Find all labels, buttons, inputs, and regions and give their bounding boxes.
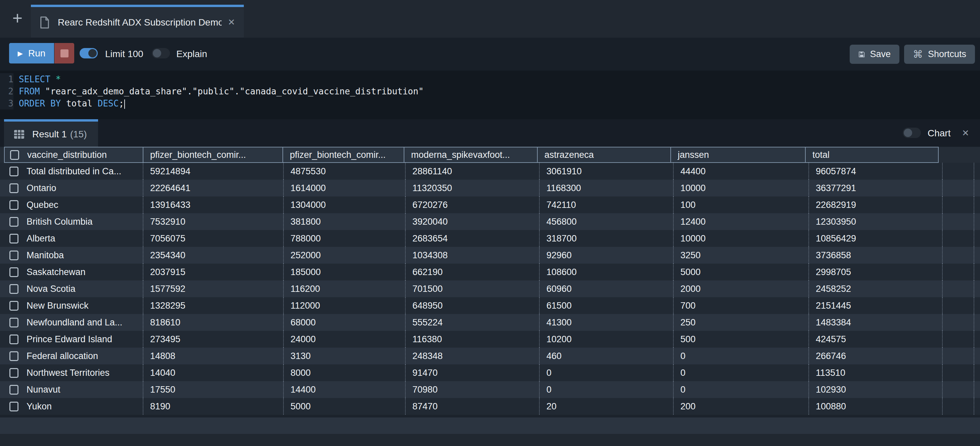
table-row[interactable]: Yukon819050008747020200100880 — [0, 398, 980, 415]
table-cell: 22682919 — [809, 196, 943, 213]
cell-value: 3920040 — [412, 217, 448, 227]
cell-value: 4875530 — [291, 166, 326, 177]
table-row[interactable]: Ontario222646411614000113203501168300100… — [0, 180, 980, 196]
table-row[interactable]: Manitoba23543402520001034308929603250373… — [0, 247, 980, 264]
row-checkbox[interactable] — [10, 284, 19, 294]
row-checkbox[interactable] — [10, 200, 19, 210]
table-cell: 60960 — [540, 280, 674, 297]
column-header-moderna-spikevaxfoot[interactable]: moderna_spikevaxfoot... — [404, 147, 538, 163]
column-header-pfizer-biontech-comir[interactable]: pfizer_biontech_comir... — [143, 147, 283, 163]
cell-value: 266746 — [816, 351, 846, 362]
table-row[interactable]: Total distributed in Ca...59214894487553… — [0, 163, 980, 180]
row-checkbox[interactable] — [10, 368, 19, 378]
table-cell: 14400 — [284, 381, 406, 398]
row-checkbox[interactable] — [10, 334, 19, 344]
column-header-vaccine-distribution[interactable]: vaccine_distribution — [4, 147, 143, 163]
run-label: Run — [28, 48, 45, 59]
table-cell: 5000 — [284, 398, 406, 415]
result-tab[interactable]: Result 1 (15) — [4, 119, 98, 147]
table-cell: 112000 — [284, 297, 406, 314]
row-checkbox[interactable] — [10, 250, 19, 260]
table-row[interactable]: Nova Scotia15775921162007015006096020002… — [0, 280, 980, 297]
document-icon — [40, 16, 50, 29]
cell-value: 742110 — [546, 200, 576, 210]
column-header-total[interactable]: total — [805, 147, 939, 163]
table-cell: 22264641 — [143, 180, 284, 196]
results-close-icon[interactable]: ✕ — [962, 128, 969, 139]
stop-button[interactable] — [54, 43, 74, 64]
column-header-pfizer-biontech-comir[interactable]: pfizer_biontech_comir... — [282, 147, 404, 163]
column-header-label: astrazeneca — [544, 150, 594, 160]
table-row[interactable]: Newfoundland and La...818610680005552244… — [0, 314, 980, 331]
results-tab-bar: Result 1 (15) Chart ✕ — [0, 119, 980, 147]
row-checkbox[interactable] — [10, 402, 19, 411]
row-checkbox[interactable] — [10, 167, 19, 176]
table-cell: Nunavut — [0, 381, 143, 398]
table-row[interactable]: Northwest Territories1404080009147000113… — [0, 365, 980, 381]
row-checkbox[interactable] — [10, 385, 19, 395]
column-header-janssen[interactable]: janssen — [670, 147, 806, 163]
limit-toggle[interactable] — [80, 48, 98, 59]
empty-cell — [943, 213, 974, 230]
table-row[interactable]: New Brunswick132829511200064895061500700… — [0, 297, 980, 314]
table-cell: 0 — [674, 365, 809, 381]
table-cell: Yukon — [0, 398, 143, 415]
tab-close-icon[interactable]: ✕ — [228, 17, 235, 27]
table-row[interactable]: Saskatchewan2037915185000662190108600500… — [0, 264, 980, 280]
cell-value: 1168300 — [546, 183, 581, 193]
sql-editor[interactable]: 1SELECT *2FROM "rearc_adx_demo_data_shar… — [0, 70, 980, 119]
table-row[interactable]: Alberta705607578800026836543187001000010… — [0, 230, 980, 247]
shortcuts-button[interactable]: ⌘ Shortcuts — [904, 45, 975, 64]
cell-value: 10856429 — [816, 233, 856, 244]
save-icon — [858, 50, 865, 59]
table-cell: 788000 — [284, 230, 406, 247]
table-cell: 2458252 — [809, 280, 943, 297]
row-checkbox[interactable] — [10, 267, 19, 277]
table-cell: 0 — [540, 381, 674, 398]
cell-value: 12400 — [681, 217, 706, 227]
table-row[interactable]: Nunavut17550144007098000102930 — [0, 381, 980, 398]
line-number: 2 — [0, 85, 13, 97]
table-row[interactable]: British Columbia753291038180039200404568… — [0, 213, 980, 230]
table-cell: 92960 — [540, 247, 674, 264]
result-tab-count: (15) — [70, 129, 87, 140]
row-checkbox[interactable] — [10, 318, 19, 327]
table-cell: 0 — [540, 365, 674, 381]
horizontal-scrollbar[interactable] — [0, 417, 980, 434]
results-grid: vaccine_distributionpfizer_biontech_comi… — [0, 147, 980, 434]
select-all-checkbox[interactable] — [10, 150, 19, 160]
row-checkbox[interactable] — [10, 301, 19, 311]
row-label: Federal allocation — [27, 351, 98, 362]
line-number: 1 — [0, 73, 13, 85]
row-checkbox[interactable] — [10, 217, 19, 227]
cell-value: 17550 — [150, 384, 175, 395]
new-tab-button[interactable]: + — [9, 10, 26, 27]
save-button[interactable]: Save — [850, 45, 899, 64]
column-header-astrazeneca[interactable]: astrazeneca — [537, 147, 671, 163]
row-checkbox[interactable] — [10, 234, 19, 244]
table-row[interactable]: Quebec1391643313040006720276742110100226… — [0, 196, 980, 213]
editor-tab[interactable]: Rearc Redshift ADX Subscription Demo* ✕ — [31, 5, 244, 38]
cell-value: 252000 — [291, 250, 321, 261]
table-row[interactable]: Prince Edward Island27349524000116380102… — [0, 331, 980, 347]
chart-toggle[interactable] — [903, 127, 921, 138]
cell-value: 2458252 — [816, 284, 851, 294]
table-row[interactable]: Federal allocation1480831302483484600266… — [0, 347, 980, 365]
cell-value: 200 — [681, 401, 695, 412]
cell-value: 60960 — [546, 284, 572, 294]
text-cursor — [124, 99, 125, 109]
table-cell: Quebec — [0, 196, 143, 213]
table-cell: 10000 — [674, 180, 809, 196]
cell-value: 10200 — [546, 334, 572, 344]
explain-toggle[interactable] — [152, 48, 170, 59]
table-cell: 6720276 — [406, 196, 540, 213]
cell-value: 0 — [681, 351, 686, 362]
table-cell: 648950 — [406, 297, 540, 314]
row-checkbox[interactable] — [10, 183, 19, 193]
run-button[interactable]: ▶ Run — [9, 43, 54, 64]
cell-value: 700 — [681, 301, 695, 311]
row-checkbox[interactable] — [10, 351, 19, 361]
empty-cell — [943, 347, 974, 365]
row-label: Nova Scotia — [27, 284, 76, 294]
table-cell: 1483384 — [809, 314, 943, 331]
